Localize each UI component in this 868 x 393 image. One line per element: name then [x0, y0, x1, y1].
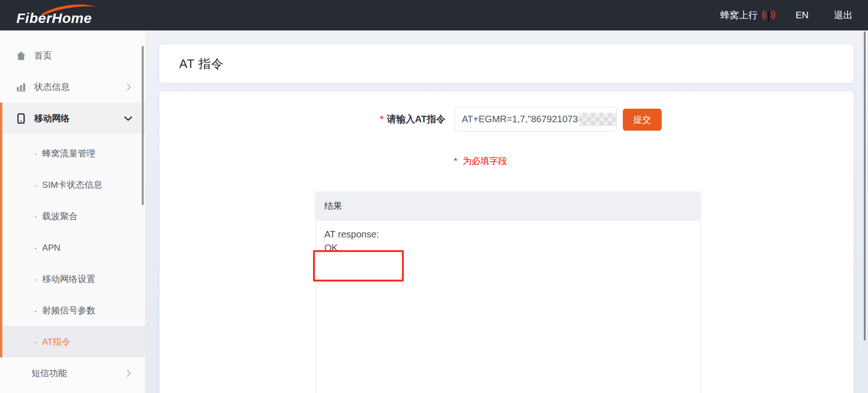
sidebar-item-rf-signal-params[interactable]: · 射频信号参数: [2, 295, 145, 326]
sidebar-item-label: 状态信息: [34, 81, 70, 93]
logo-text: FiberHome: [16, 10, 92, 26]
sidebar-item-sim-status[interactable]: · SIM卡状态信息: [2, 169, 145, 200]
antenna-signal-icon: [762, 8, 776, 22]
top-navbar: FiberHome 蜂窝上行 EN 退出: [0, 0, 868, 30]
result-panel: 结果 AT response: OK: [315, 192, 700, 393]
result-panel-body: AT response: OK: [316, 221, 700, 255]
bar-chart-icon: [15, 82, 27, 93]
mobile-phone-icon: [15, 113, 27, 124]
sidebar-item-home[interactable]: 首页: [0, 40, 145, 71]
at-command-input[interactable]: AT+EGMR=1,7,"867921073: [455, 107, 617, 132]
screen: FiberHome 蜂窝上行 EN 退出: [0, 0, 868, 393]
chevron-down-icon: [123, 113, 134, 124]
sidebar: 首页 状态信息 移动网络: [0, 30, 145, 393]
sidebar-item-carrier-aggregation[interactable]: · 载波聚合: [2, 200, 145, 232]
at-command-label-text: 请输入AT指令: [387, 113, 445, 126]
page-title: AT 指令: [179, 56, 224, 72]
required-note-text: 为必填字段: [463, 156, 507, 166]
result-line: AT response:: [324, 228, 700, 241]
cellular-uplink-label: 蜂窝上行: [720, 9, 758, 22]
sidebar-item-label: AT指令: [42, 336, 71, 348]
mobile-network-submenu: · 蜂窝流量管理 · SIM卡状态信息 · 载波聚合 · APN · 移动网: [2, 134, 145, 357]
bullet-dot: ·: [34, 148, 37, 159]
result-panel-header: 结果: [316, 192, 700, 221]
sidebar-top-padding: [0, 30, 145, 40]
sidebar-item-label: SIM卡状态信息: [42, 179, 102, 191]
home-icon: [15, 50, 27, 61]
required-field-note: * 为必填字段: [454, 155, 507, 167]
bullet-dot: ·: [34, 336, 37, 348]
red-annotation-box: [313, 250, 404, 282]
sidebar-scrollbar[interactable]: [142, 46, 144, 205]
sidebar-item-label: 蜂窝流量管理: [42, 148, 95, 160]
at-command-input-value: AT+EGMR=1,7,"867921073: [462, 114, 578, 125]
sidebar-item-label: 射频信号参数: [42, 304, 95, 317]
sidebar-item-label: 移动网络设置: [42, 273, 95, 285]
topbar-right-cluster: 蜂窝上行 EN 退出: [720, 0, 853, 30]
bullet-dot: ·: [34, 274, 37, 285]
sidebar-item-mobile-network[interactable]: 移动网络: [2, 103, 145, 134]
sidebar-item-sms[interactable]: 短信功能: [0, 357, 145, 389]
result-line: OK: [324, 241, 700, 255]
page-title-card: AT 指令: [160, 44, 853, 83]
sidebar-item-label: 首页: [34, 50, 52, 62]
sidebar-group-mobile-network: 移动网络 · 蜂窝流量管理 · SIM卡状态信息 · 载波聚合: [0, 103, 145, 357]
submit-button[interactable]: 提交: [623, 109, 662, 131]
chevron-right-icon: [124, 368, 134, 378]
sidebar-item-status-info[interactable]: 状态信息: [0, 71, 145, 103]
sidebar-item-label: 短信功能: [31, 367, 67, 379]
page-scrollbar[interactable]: [864, 31, 866, 341]
sidebar-item-apn[interactable]: · APN: [2, 232, 145, 263]
chevron-right-icon: [124, 82, 134, 92]
bullet-dot: ·: [34, 211, 37, 222]
bullet-dot: ·: [34, 179, 37, 191]
fiberhome-logo: FiberHome: [15, 3, 95, 28]
at-command-form-card: * 请输入AT指令 AT+EGMR=1,7,"867921073 提交 * 为必…: [160, 91, 853, 393]
language-toggle[interactable]: EN: [795, 10, 809, 21]
sidebar-item-label: 移动网络: [34, 112, 70, 125]
required-asterisk: *: [454, 156, 457, 166]
sidebar-item-at-command[interactable]: · AT指令: [2, 326, 145, 357]
main-content: AT 指令 * 请输入AT指令 AT+EGMR=1,7,"867921073 提…: [145, 30, 868, 393]
logout-button[interactable]: 退出: [834, 9, 853, 22]
sidebar-item-cellular-traffic[interactable]: · 蜂窝流量管理: [2, 138, 145, 169]
at-command-label: * 请输入AT指令: [305, 107, 445, 132]
redacted-mosaic: [578, 113, 617, 126]
sidebar-item-label: 载波聚合: [42, 210, 78, 222]
sidebar-item-mobile-network-settings[interactable]: · 移动网络设置: [2, 263, 145, 295]
bullet-dot: ·: [34, 305, 37, 316]
bullet-dot: ·: [34, 242, 37, 253]
sidebar-item-label: APN: [42, 243, 60, 253]
required-asterisk: *: [380, 114, 384, 125]
